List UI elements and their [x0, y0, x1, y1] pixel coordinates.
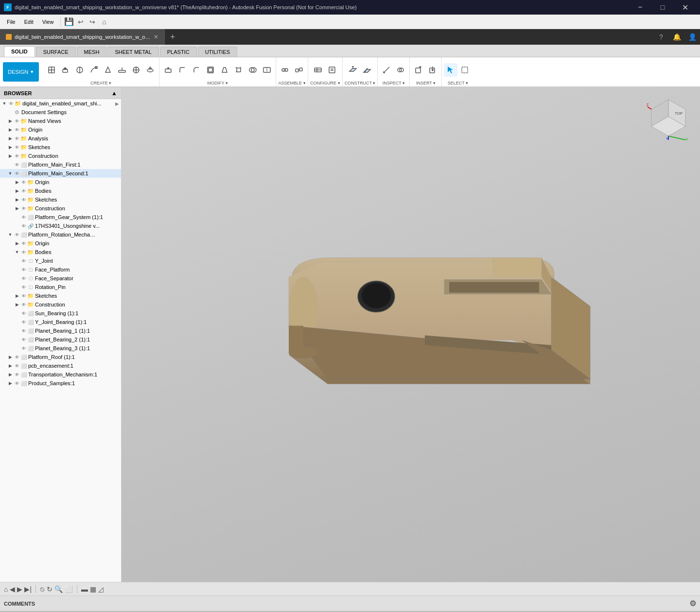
- zoom-fit-icon[interactable]: ⬜: [65, 585, 73, 593]
- tree-item-sun-bearing[interactable]: 👁 ⬜ Sun_Bearing (1):1: [0, 309, 121, 318]
- undo-btn[interactable]: ↩: [75, 17, 86, 27]
- create-label[interactable]: CREATE ▾: [90, 81, 111, 86]
- maximize-button[interactable]: □: [651, 0, 674, 15]
- 3d-viewport[interactable]: TOP Y X Z: [122, 87, 700, 582]
- rib-btn[interactable]: [115, 63, 129, 77]
- new-tab-btn[interactable]: +: [165, 29, 180, 45]
- tree-root-settings[interactable]: ▶: [115, 101, 119, 106]
- tab-help-btn[interactable]: ?: [653, 29, 669, 45]
- window-select-btn[interactable]: [458, 63, 472, 77]
- nav-forward-icon[interactable]: ▶: [17, 585, 22, 593]
- tab-sheet-metal[interactable]: SHEET METAL: [107, 47, 158, 57]
- split-body-btn[interactable]: [260, 63, 274, 77]
- insert-svg-btn[interactable]: [412, 63, 425, 77]
- grid-icon[interactable]: ▦: [90, 585, 96, 593]
- tab-plastic[interactable]: PLASTIC: [160, 47, 197, 57]
- tab-surface[interactable]: SURFACE: [36, 47, 76, 57]
- joint-btn[interactable]: [278, 63, 292, 77]
- tab-main[interactable]: digital_twin_enabled_smart_shipping_work…: [0, 29, 165, 45]
- sweep-btn[interactable]: [87, 63, 101, 77]
- tree-item-origin-2[interactable]: ▶ 👁 📁 Origin: [0, 178, 121, 187]
- design-button[interactable]: DESIGN ▼: [3, 62, 39, 82]
- comments-gear-icon[interactable]: ⚙: [689, 599, 696, 608]
- asbuilt-joint-btn[interactable]: [292, 63, 306, 77]
- tree-item-sketches-2[interactable]: ▶ 👁 📁 Sketches: [0, 195, 121, 204]
- tree-item-platform-roof[interactable]: ▶ 👁 ⬜ Platform_Roof (1):1: [0, 353, 121, 361]
- plane-angle-btn[interactable]: [360, 63, 374, 77]
- tree-item-face-platform[interactable]: 👁 □ Face_Platform: [0, 265, 121, 274]
- tree-item-yjoint-bearing[interactable]: 👁 ⬜ Y_Joint_Bearing (1):1: [0, 318, 121, 326]
- configure-label[interactable]: CONFIGURE ▾: [310, 81, 340, 86]
- measure-btn[interactable]: [380, 63, 393, 77]
- tree-item-product-samples[interactable]: ▶ 👁 ⬜ Product_Samples:1: [0, 379, 121, 388]
- tree-item-bodies-rot[interactable]: ▼ 👁 📁 Bodies: [0, 248, 121, 256]
- construct-label[interactable]: CONSTRUCT ▾: [345, 81, 376, 86]
- tree-item-docsettings[interactable]: ⚙ Document Settings: [0, 108, 121, 117]
- web-btn[interactable]: [129, 63, 143, 77]
- tree-item-sketches-rot[interactable]: ▶ 👁 📁 Sketches: [0, 291, 121, 300]
- new-component-btn[interactable]: [45, 63, 58, 77]
- tree-item-17hs3401[interactable]: 👁 🔗 17HS3401_Usongshine v...: [0, 221, 121, 230]
- tree-item-transport-mech[interactable]: ▶ 👁 ⬜ Transportation_Mechanism:1: [0, 370, 121, 379]
- orbit-icon[interactable]: ↻: [47, 585, 52, 593]
- tab-mesh[interactable]: MESH: [77, 47, 107, 57]
- tree-item-planet-bearing-1[interactable]: 👁 ⬜ Planet_Bearing_1 (1):1: [0, 326, 121, 335]
- inspect-label[interactable]: INSPECT ▾: [383, 81, 405, 86]
- minimize-button[interactable]: −: [629, 0, 651, 15]
- nav-back-icon[interactable]: ◀: [10, 585, 15, 593]
- offset-plane-btn[interactable]: [346, 63, 360, 77]
- tree-item-platform-main-second[interactable]: ▼ 👁 ⬜ Platform_Main_Second:1: [0, 169, 121, 178]
- press-pull-btn[interactable]: [161, 63, 175, 77]
- section-icon[interactable]: ◿: [98, 585, 104, 593]
- assemble-label[interactable]: ASSEMBLE ▾: [279, 81, 306, 86]
- tree-item-origin-rot[interactable]: ▶ 👁 📁 Origin: [0, 239, 121, 248]
- draft-btn[interactable]: [218, 63, 231, 77]
- loft-btn[interactable]: [101, 63, 115, 77]
- tree-item-construction-rot[interactable]: ▶ 👁 📁 Construction: [0, 300, 121, 309]
- menu-view[interactable]: View: [38, 17, 58, 27]
- tree-item-rotation-pin[interactable]: 👁 □ Rotation_Pin: [0, 283, 121, 291]
- pan-icon[interactable]: ⍉: [40, 585, 45, 594]
- insert-dxf-btn[interactable]: [426, 63, 439, 77]
- emboss-btn[interactable]: [143, 63, 157, 77]
- tree-item-pcb-encasement[interactable]: ▶ 👁 ⬜ pcb_encasement:1: [0, 361, 121, 370]
- fillet-btn[interactable]: [175, 63, 189, 77]
- nav-home-icon[interactable]: ⌂: [4, 585, 8, 593]
- tree-item-rotation-mech[interactable]: ▼ 👁 ⬜ Platform_Rotation_Mechanism...: [0, 230, 121, 239]
- combine-btn[interactable]: [246, 63, 260, 77]
- scale-btn[interactable]: [232, 63, 245, 77]
- tab-user-btn[interactable]: 👤: [684, 29, 700, 45]
- tree-item-face-separator[interactable]: 👁 □ Face_Separator: [0, 274, 121, 283]
- tree-item-construction[interactable]: ▶ 👁 📁 Construction: [0, 152, 121, 160]
- select-btn[interactable]: [444, 63, 457, 77]
- browser-collapse-icon[interactable]: ▲: [111, 90, 117, 97]
- viewcube[interactable]: TOP Y X Z: [647, 97, 690, 141]
- tree-item-root[interactable]: ▼ 👁 📁 digital_twin_enabled_smart_shi... …: [0, 99, 121, 108]
- display-icon[interactable]: ▬: [81, 585, 88, 593]
- config-table-btn[interactable]: [311, 63, 325, 77]
- tree-item-planet-bearing-3[interactable]: 👁 ⬜ Planet_Bearing_3 (1):1: [0, 344, 121, 353]
- insert-label[interactable]: INSERT ▾: [416, 81, 436, 86]
- interference-btn[interactable]: [394, 63, 407, 77]
- tree-item-sketches[interactable]: ▶ 👁 📁 Sketches: [0, 143, 121, 152]
- menu-file[interactable]: File: [3, 17, 19, 27]
- tree-item-bodies[interactable]: ▶ 👁 📁 Bodies: [0, 187, 121, 195]
- tree-item-platform-main-first[interactable]: 👁 ⬜ Platform_Main_First:1: [0, 160, 121, 169]
- modify-label[interactable]: MODIFY ▾: [207, 81, 228, 86]
- redo-btn[interactable]: ↪: [87, 17, 98, 27]
- shell-btn[interactable]: [204, 63, 217, 77]
- revolve-btn[interactable]: [73, 63, 87, 77]
- tree-item-construction-2[interactable]: ▶ 👁 📁 Construction: [0, 204, 121, 213]
- nav-end-icon[interactable]: ▶|: [24, 585, 32, 593]
- config2-btn[interactable]: [325, 63, 339, 77]
- menu-edit[interactable]: Edit: [20, 17, 37, 27]
- extrude-btn[interactable]: [59, 63, 72, 77]
- zoom-icon[interactable]: 🔍: [54, 585, 63, 593]
- tree-item-analysis[interactable]: ▶ 👁 📁 Analysis: [0, 134, 121, 143]
- tree-item-gear-system[interactable]: 👁 ⬜ Platform_Gear_System (1):1: [0, 213, 121, 221]
- tree-item-yjoint[interactable]: 👁 □ Y_Joint: [0, 256, 121, 265]
- tab-close-icon[interactable]: ✕: [154, 34, 158, 40]
- tree-item-planet-bearing-2[interactable]: 👁 ⬜ Planet_Bearing_2 (1):1: [0, 335, 121, 344]
- tab-solid[interactable]: SOLID: [4, 46, 35, 57]
- save-btn[interactable]: 💾: [64, 17, 74, 27]
